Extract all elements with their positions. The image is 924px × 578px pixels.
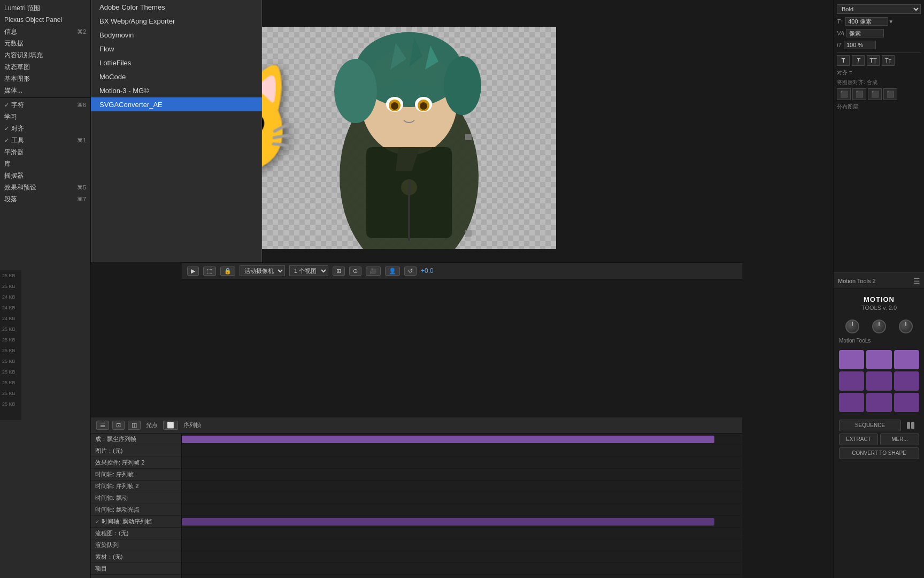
- track-label[interactable]: 项目: [91, 563, 181, 575]
- track-label[interactable]: 渲染队列: [91, 539, 181, 551]
- track-label[interactable]: 时间轴: 飘动光点: [91, 504, 181, 516]
- track-label[interactable]: 时间轴: 序列帧 2: [91, 481, 181, 492]
- check-icon: ✓: [4, 137, 9, 144]
- mt-grid-btn-2[interactable]: [866, 350, 891, 369]
- menu-item-mocode[interactable]: MoCode: [91, 70, 262, 83]
- italic-btn[interactable]: T: [852, 55, 865, 66]
- menu-item-label: Adobe Color Themes: [99, 3, 165, 11]
- tl-icon-btn[interactable]: ☰: [96, 421, 109, 430]
- tl-monitor-btn[interactable]: ⊡: [112, 421, 125, 430]
- scale-input[interactable]: [844, 41, 876, 49]
- size-label: 25 KB: [0, 334, 21, 345]
- menu-item-svga-converter[interactable]: SVGAConverter_AE: [91, 97, 262, 111]
- track-label[interactable]: 时间轴: 序列帧: [91, 469, 181, 481]
- check-icon: ✓: [95, 519, 99, 524]
- vp-toggle-btn[interactable]: ▶: [187, 267, 199, 276]
- panel-item-align[interactable]: ✓ 对齐: [0, 123, 90, 134]
- camera-select[interactable]: 活动摄像机: [240, 265, 285, 276]
- track-label-text: 图片：(元): [95, 447, 122, 455]
- shortcut-effects: ⌘5: [77, 184, 86, 191]
- svg-point-3: [334, 59, 377, 123]
- panel-item-effects[interactable]: 效果和预设 ⌘5: [0, 181, 90, 193]
- panel-item-learn[interactable]: 学习: [0, 111, 90, 123]
- track-label[interactable]: 成：飘尘序列帧: [91, 434, 181, 445]
- mt-grid-btn-6[interactable]: [894, 371, 919, 391]
- panel-item-label: 段落: [4, 195, 17, 204]
- panel-item-info[interactable]: 信息 ⌘2: [0, 26, 90, 37]
- convert-to-shape-btn[interactable]: CONVERT TO SHAPE: [839, 447, 919, 459]
- sequence-btn[interactable]: SEQUENCE: [839, 420, 901, 431]
- panel-item-smoother[interactable]: 平滑器: [0, 146, 90, 158]
- view-select[interactable]: 1 个视图: [289, 265, 328, 276]
- allcaps-btn[interactable]: TT: [867, 55, 880, 66]
- mt-grid-btn-4[interactable]: [839, 371, 864, 391]
- motion-tools-panel: Motion Tools 2 ☰ MOTION TOOLS v. 2.0 Mot…: [834, 273, 924, 578]
- sequence-icon[interactable]: [903, 420, 919, 431]
- align-center-btn[interactable]: ⬛: [852, 88, 866, 100]
- align-right-btn[interactable]: ⬛: [868, 88, 882, 100]
- align-top-btn[interactable]: ⬛: [883, 88, 897, 100]
- track-label[interactable]: 流程图：(无): [91, 528, 181, 539]
- bold-btn[interactable]: T: [837, 55, 850, 66]
- merge-btn[interactable]: MER...: [880, 434, 919, 445]
- tl-clip-btn[interactable]: ◫: [128, 421, 141, 430]
- tracking-input[interactable]: [846, 29, 884, 37]
- track-row: [182, 457, 742, 469]
- vp-camera-btn[interactable]: 🎥: [366, 267, 381, 276]
- menu-item-bx-webp[interactable]: BX Webp/Apng Exporter: [91, 14, 262, 28]
- vp-grid-btn[interactable]: ⊞: [333, 267, 345, 276]
- left-panel-top: Lumetri 范围 Plexus Object Panel 信息 ⌘2 元数据…: [0, 0, 90, 273]
- track-label[interactable]: 图片：(元): [91, 445, 181, 457]
- menu-item-motion3[interactable]: Motion-3 - MG©: [91, 83, 262, 97]
- panel-item-lumetri[interactable]: Lumetri 范围: [0, 2, 90, 14]
- panel-item-content[interactable]: 内容识别填充: [0, 49, 90, 61]
- track-label[interactable]: 时间轴: 飘动: [91, 492, 181, 504]
- vp-lock-btn[interactable]: 🔒: [220, 267, 235, 276]
- panel-item-metadata[interactable]: 元数据: [0, 37, 90, 49]
- extract-btn[interactable]: EXTRACT: [839, 434, 878, 445]
- knob-2[interactable]: [872, 320, 886, 333]
- track-row: [182, 516, 742, 528]
- panel-item-tools[interactable]: ✓ 工具 ⌘1: [0, 134, 90, 146]
- menu-item-label: Motion-3 - MG©: [99, 87, 149, 95]
- panel-item-library[interactable]: 库: [0, 158, 90, 170]
- menu-item-label: Bodymovin: [99, 31, 134, 39]
- panel-item-basic-graphics[interactable]: 基本图形: [0, 73, 90, 85]
- panel-item-character[interactable]: ✓ 字符 ⌘6: [0, 99, 90, 111]
- vp-people-btn[interactable]: 👤: [385, 267, 400, 276]
- panel-item-plexus[interactable]: Plexus Object Panel: [0, 14, 90, 26]
- menu-item-adobe-color[interactable]: Adobe Color Themes: [91, 0, 262, 14]
- size-label: 24 KB: [0, 292, 21, 302]
- mt-grid-btn-1[interactable]: [839, 350, 864, 369]
- font-size-input[interactable]: [845, 17, 888, 26]
- mt-grid-btn-3[interactable]: [894, 350, 919, 369]
- menu-item-flow[interactable]: Flow: [91, 42, 262, 56]
- mt-grid-btn-9[interactable]: [894, 393, 919, 412]
- track-label[interactable]: 素材：(无): [91, 551, 181, 563]
- track-label[interactable]: ✓ 时间轴: 飘动序列帧: [91, 516, 181, 528]
- track-label-text: 效果控件: 序列帧 2: [95, 459, 144, 467]
- knob-1[interactable]: [845, 320, 859, 333]
- font-select[interactable]: Bold: [837, 4, 921, 14]
- panel-item-motion-sketch[interactable]: 动态草图: [0, 61, 90, 73]
- mt-grid-btn-5[interactable]: [866, 371, 891, 391]
- panel-item-label: Lumetri 范围: [4, 4, 40, 13]
- svg-rect-20: [907, 422, 910, 429]
- panel-item-paragraph[interactable]: 段落 ⌘7: [0, 193, 90, 205]
- mt-grid-btn-7[interactable]: [839, 393, 864, 412]
- panel-item-wiggler[interactable]: 摇摆器: [0, 170, 90, 181]
- smallcaps-btn[interactable]: Tт: [882, 55, 895, 66]
- menu-item-bodymovin[interactable]: Bodymovin: [91, 28, 262, 42]
- track-label[interactable]: 效果控件: 序列帧 2: [91, 457, 181, 469]
- panel-item-media[interactable]: 媒体...: [0, 85, 90, 96]
- menu-item-lottiefiles[interactable]: LottieFiles: [91, 56, 262, 70]
- tl-seq-btn[interactable]: ⬜: [163, 421, 178, 430]
- knob-3[interactable]: [899, 320, 913, 333]
- vp-search-btn[interactable]: ⊙: [349, 267, 361, 276]
- mt-grid-btn-8[interactable]: [866, 393, 891, 412]
- menu-icon[interactable]: ☰: [913, 277, 920, 285]
- align-left-btn[interactable]: ⬛: [837, 88, 851, 100]
- vp-refresh-btn[interactable]: ↺: [404, 267, 417, 276]
- track-row: [182, 434, 742, 445]
- vp-frame-btn[interactable]: ⬚: [203, 267, 216, 276]
